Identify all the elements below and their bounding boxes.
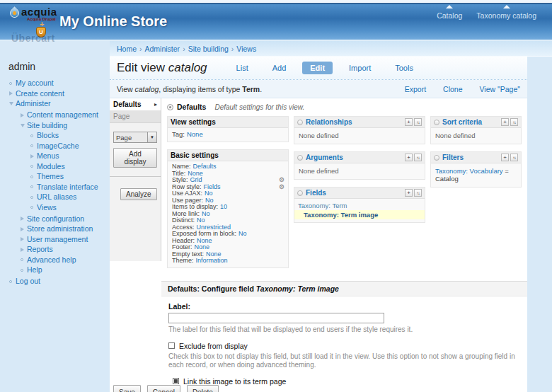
help-icon[interactable] [434,155,439,161]
add-display-select[interactable]: Page ▼ [113,132,157,143]
view-page-link[interactable]: View "Page" [480,85,520,93]
sidebar-item-user-management[interactable]: User management [0,236,110,243]
current-display-header: Defaults Default settings for this view. [167,103,522,111]
clone-link[interactable]: Clone [443,85,462,93]
sidebar-item-store-administration[interactable]: Store administration [0,225,110,233]
setting-value-link[interactable]: 10 [220,204,227,211]
add-icon[interactable]: + [501,154,509,161]
setting-value-link[interactable]: None [187,130,203,139]
analyze-button[interactable]: Analyze [120,188,157,200]
filters-title[interactable]: Filters [442,154,464,161]
tab-list[interactable]: List [229,62,256,74]
exclude-label[interactable]: Exclude from display [179,342,248,350]
primary-tab-catalog[interactable]: Catalog [437,6,462,20]
sidebar-item-site-configuration[interactable]: Site configuration [0,215,110,223]
arguments-title[interactable]: Arguments [306,154,343,161]
site-logo[interactable]: acquia Acquia Drupal + U Übercart [10,6,59,40]
current-display-description: Default settings for this view. [214,103,304,111]
tab-edit[interactable]: Edit [302,62,333,74]
rearrange-icon[interactable]: ↑↓ [414,118,422,126]
tab-add[interactable]: Add [265,62,294,74]
sidebar-item-menus[interactable]: Menus [0,152,110,160]
collapse-icon[interactable] [167,104,173,110]
add-icon[interactable]: + [405,118,413,126]
help-icon[interactable] [297,155,303,161]
tab-import[interactable]: Import [341,62,379,74]
exclude-description: Check this box to not display this field… [168,352,520,369]
export-link[interactable]: Export [405,85,426,93]
sidebar-user-name: admin [8,61,110,72]
gear-icon[interactable]: ⚙ [279,184,284,190]
gear-icon[interactable]: ⚙ [279,177,284,183]
relationships-title[interactable]: Relationships [306,118,352,126]
delete-view-button[interactable]: Delete [187,385,219,392]
link-image-label[interactable]: Link this image to its term page [183,377,286,386]
sidebar-item-url-aliases[interactable]: URL aliases [0,193,110,201]
breadcrumb: Home›Administer›Site building›Views [110,41,552,57]
help-icon[interactable] [434,120,439,125]
exclude-checkbox[interactable] [168,342,175,349]
config-form-title: Defaults: Configure field Taxonomy: Term… [161,282,527,296]
sidebar-item-translate-interface[interactable]: Translate interface [0,183,110,191]
sidebar-item-views[interactable]: Views [0,204,110,212]
sidebar-item-label: Modules [37,163,65,171]
sidebar-item-label: Help [27,266,42,274]
display-tab-page[interactable]: Page [110,111,161,123]
sidebar-item-label: Themes [37,173,64,180]
filter-link[interactable]: Taxonomy: Vocabulary [435,167,503,175]
rearrange-icon[interactable]: ↑↓ [414,154,422,161]
sort-criteria-title[interactable]: Sort criteria [442,118,482,126]
help-icon[interactable] [297,120,303,125]
display-tab-defaults[interactable]: Defaults ▸ [110,98,161,111]
rearrange-icon[interactable]: ↑↓ [414,189,422,197]
sidebar-item-label: Views [37,204,57,212]
save-view-button[interactable]: Save [113,385,141,392]
help-icon[interactable] [297,190,303,196]
basic-setting-row: Theme:Information [168,258,288,265]
sidebar-item-content-management[interactable]: Content management [0,111,110,119]
ubercart-wordmark: Übercart [11,33,55,44]
breadcrumb-administer[interactable]: Administer [145,45,180,53]
filter-item[interactable]: Taxonomy: Vocabulary = Catalog [431,166,521,184]
label-input[interactable] [168,313,384,323]
add-icon[interactable]: + [405,154,413,161]
setting-value-link[interactable]: Information [196,258,228,265]
sidebar-item-blocks[interactable]: Blocks [0,132,110,139]
collapsed-bullet-icon [21,227,27,231]
add-display-button[interactable]: Add display [113,148,157,168]
sidebar-item-themes[interactable]: Themes [0,173,110,180]
tab-tools[interactable]: Tools [387,62,421,74]
site-title[interactable]: My Online Store [59,13,167,30]
breadcrumb-home[interactable]: Home [117,45,137,53]
sidebar-item-modules[interactable]: Modules [0,163,110,171]
rearrange-icon[interactable]: ↑↓ [510,118,518,126]
breadcrumb-views[interactable]: Views [236,45,256,53]
add-icon[interactable]: + [405,189,413,197]
sidebar-item-create-content[interactable]: Create content [0,90,110,98]
rearrange-icon[interactable]: ↑↓ [510,154,518,161]
sidebar-item-imagecache[interactable]: ImageCache [0,142,110,150]
sidebar-item-log-out[interactable]: Log out [0,277,110,285]
sidebar-item-label: ImageCache [37,142,79,150]
view-settings-panel: View settings Tag:None [167,116,289,142]
collapsed-bullet-icon [21,237,27,241]
link-image-checkbox[interactable] [173,378,179,384]
field-item-taxonomy-term-image[interactable]: Taxonomy: Term image [294,210,425,219]
cancel-view-button[interactable]: Cancel [147,385,180,392]
sidebar-item-my-account[interactable]: My account [0,79,110,87]
breadcrumb-site-building[interactable]: Site building [188,45,229,53]
sidebar-item-site-building[interactable]: Site building [0,122,110,129]
sidebar-item-reports[interactable]: Reports [0,246,110,253]
sidebar-item-label: Create content [16,90,64,98]
basic-settings-panel: Basic settings Name:DefaultsTitle:NoneSt… [167,149,289,268]
sidebar-item-advanced-help[interactable]: Advanced help [0,256,110,264]
collapsed-bullet-icon [30,154,37,158]
sidebar-item-administer[interactable]: Administer [0,100,110,108]
label-field-label: Label: [168,302,520,311]
field-item-taxonomy-term[interactable]: Taxonomy: Term [294,201,425,210]
sidebar-item-help[interactable]: Help [0,266,110,274]
setting-value-link[interactable]: No [238,231,247,238]
fields-title[interactable]: Fields [306,189,326,197]
primary-tab-taxonomy-catalog[interactable]: Taxonomy catalog [476,6,536,20]
add-icon[interactable]: + [501,118,509,126]
